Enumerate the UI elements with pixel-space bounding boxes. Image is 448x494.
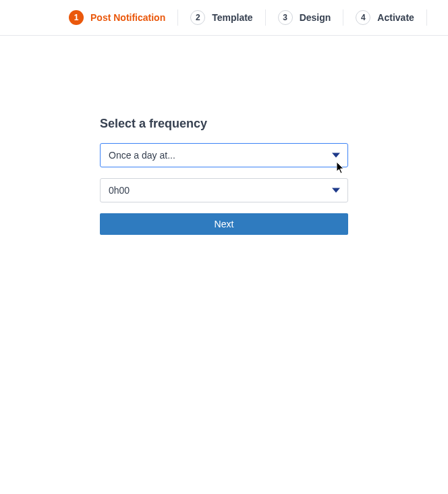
step-number: 2 [190, 10, 205, 25]
step-activate[interactable]: 4 Activate [343, 9, 426, 26]
step-label: Design [300, 12, 331, 23]
step-design[interactable]: 3 Design [266, 9, 344, 26]
main-content: Select a frequency Once a day at... 0h00… [0, 36, 448, 235]
wizard-stepper: 1 Post Notification 2 Template 3 Design … [0, 0, 448, 36]
frequency-select[interactable]: Once a day at... [100, 143, 348, 167]
time-select-wrap: 0h00 [100, 178, 348, 202]
step-label: Template [212, 12, 252, 23]
frequency-value: Once a day at... [109, 150, 175, 161]
step-number: 4 [356, 10, 370, 25]
section-heading: Select a frequency [100, 117, 348, 131]
step-number: 1 [69, 10, 84, 25]
step-number: 3 [278, 10, 293, 25]
frequency-select-wrap: Once a day at... [100, 143, 348, 167]
next-button[interactable]: Next [100, 213, 348, 235]
step-label: Activate [377, 12, 414, 23]
time-select[interactable]: 0h00 [100, 178, 348, 202]
time-value: 0h00 [109, 185, 130, 196]
step-post-notification[interactable]: 1 Post Notification [57, 9, 178, 26]
step-label: Post Notification [90, 12, 165, 23]
step-template[interactable]: 2 Template [178, 9, 265, 26]
